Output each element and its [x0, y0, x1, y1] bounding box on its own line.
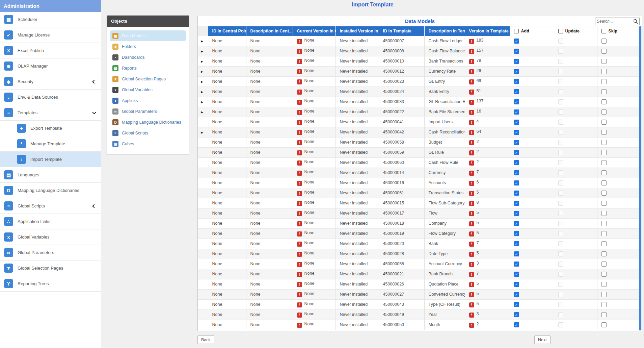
objects-item-global-scripts[interactable]: ≡Global Scripts [110, 128, 186, 139]
skip-checkbox[interactable] [601, 89, 607, 94]
skip-checkbox[interactable] [601, 120, 607, 125]
update-checkbox[interactable] [558, 140, 563, 145]
add-checkbox[interactable]: ✓ [514, 312, 519, 317]
sidebar-item-reporting-trees[interactable]: YReporting Trees [0, 276, 101, 292]
sidebar-item-env-data-sources[interactable]: ◒Env. & Data Sources [0, 90, 101, 105]
update-checkbox[interactable] [558, 99, 563, 104]
skip-checkbox[interactable] [601, 251, 607, 256]
update-checkbox[interactable] [558, 150, 563, 155]
add-checkbox[interactable]: ✓ [514, 140, 519, 145]
add-checkbox[interactable]: ✓ [514, 150, 519, 155]
add-checkbox[interactable]: ✓ [514, 180, 519, 185]
skip-checkbox[interactable] [601, 109, 607, 115]
update-checkbox[interactable] [558, 262, 563, 267]
sidebar-item-scheduler[interactable]: ▦Scheduler [0, 12, 101, 27]
add-checkbox[interactable]: ✓ [514, 191, 519, 196]
add-checkbox[interactable]: ✓ [514, 221, 519, 226]
sidebar-item-excel-publish[interactable]: XExcel Publish [0, 43, 101, 58]
add-checkbox[interactable]: ✓ [514, 79, 519, 84]
expand-row-icon[interactable]: ▶ [201, 50, 203, 53]
update-checkbox[interactable] [558, 49, 563, 54]
add-checkbox[interactable]: ✓ [514, 251, 519, 256]
back-button[interactable]: Back [197, 335, 214, 344]
objects-item-data-models[interactable]: ▦Data Models [110, 30, 186, 41]
skip-all-checkbox[interactable] [601, 29, 606, 33]
add-checkbox[interactable]: ✓ [514, 231, 519, 236]
add-checkbox[interactable]: ✓ [514, 89, 519, 94]
skip-checkbox[interactable] [601, 170, 607, 175]
update-checkbox[interactable] [558, 231, 563, 236]
sidebar-item-export-template[interactable]: +Export Template [0, 121, 101, 136]
update-checkbox[interactable] [558, 120, 563, 125]
skip-checkbox[interactable] [601, 221, 607, 226]
sidebar-item-global-selection-pages[interactable]: ▼Global Selection Pages [0, 260, 101, 276]
add-checkbox[interactable]: ✓ [514, 160, 519, 165]
skip-checkbox[interactable] [601, 262, 607, 267]
skip-checkbox[interactable] [601, 140, 607, 145]
skip-checkbox[interactable] [601, 99, 607, 104]
skip-checkbox[interactable] [601, 49, 607, 54]
sidebar-item-global-variables[interactable]: xGlobal Variables [0, 229, 101, 245]
add-checkbox[interactable]: ✓ [514, 170, 519, 175]
search-input[interactable] [595, 19, 633, 24]
update-checkbox[interactable] [558, 130, 563, 135]
objects-item-dashboards[interactable]: ◔Dashboards [110, 52, 186, 63]
expand-row-icon[interactable]: ▶ [201, 110, 203, 114]
update-checkbox[interactable] [558, 211, 563, 216]
expand-row-icon[interactable]: ▶ [201, 90, 203, 94]
update-checkbox[interactable] [558, 89, 563, 94]
objects-item-global-selection-pages[interactable]: ▼Global Selection Pages [110, 74, 186, 84]
objects-item-global-parameters[interactable]: ∞Global Parameters [110, 106, 186, 117]
add-checkbox[interactable]: ✓ [514, 69, 519, 74]
skip-checkbox[interactable] [601, 39, 607, 44]
expand-row-icon[interactable]: ▶ [201, 60, 203, 63]
objects-item-applinks[interactable]: ●Applinks [110, 95, 186, 106]
skip-checkbox[interactable] [601, 231, 607, 236]
objects-item-reports[interactable]: ▤Reports [110, 63, 186, 74]
skip-checkbox[interactable] [601, 302, 607, 307]
update-checkbox[interactable] [558, 302, 563, 307]
update-checkbox[interactable] [558, 272, 563, 277]
skip-checkbox[interactable] [601, 241, 607, 246]
update-all-checkbox[interactable] [558, 29, 563, 33]
update-checkbox[interactable] [558, 292, 563, 297]
update-checkbox[interactable] [558, 160, 563, 165]
sidebar-item-global-parameters[interactable]: ∞Global Parameters [0, 245, 101, 260]
skip-checkbox[interactable] [601, 130, 607, 135]
add-checkbox[interactable]: ✓ [514, 322, 519, 327]
update-checkbox[interactable] [558, 312, 563, 317]
add-checkbox[interactable]: ✓ [514, 211, 519, 216]
update-checkbox[interactable] [558, 322, 563, 327]
skip-checkbox[interactable] [601, 191, 607, 196]
sidebar-item-global-scripts[interactable]: ≡Global Scripts [0, 198, 101, 214]
sidebar-item-import-template[interactable]: ↓Import Template [0, 152, 101, 167]
skip-checkbox[interactable] [601, 292, 607, 297]
update-checkbox[interactable] [558, 170, 563, 175]
table-scrollbar[interactable] [639, 26, 642, 330]
skip-checkbox[interactable] [601, 282, 607, 287]
sidebar-item-olap-manager[interactable]: ⊕OLAP Manager [0, 58, 101, 74]
skip-checkbox[interactable] [601, 322, 607, 327]
add-checkbox[interactable]: ✓ [514, 272, 519, 277]
skip-checkbox[interactable] [601, 180, 607, 185]
update-checkbox[interactable] [558, 251, 563, 256]
update-checkbox[interactable] [558, 39, 563, 44]
sidebar-item-security[interactable]: ◈Security [0, 74, 101, 90]
sidebar-item-mapping-language-dictionaries[interactable]: DMapping Language Dictionaries [0, 183, 101, 198]
add-checkbox[interactable]: ✓ [514, 120, 519, 125]
skip-checkbox[interactable] [601, 160, 607, 165]
update-checkbox[interactable] [558, 221, 563, 226]
add-all-checkbox[interactable] [514, 29, 519, 33]
add-checkbox[interactable]: ✓ [514, 241, 519, 246]
add-checkbox[interactable]: ✓ [514, 282, 519, 287]
update-checkbox[interactable] [558, 109, 563, 115]
sidebar-item-templates[interactable]: ≡Templates [0, 105, 101, 121]
expand-row-icon[interactable]: ▶ [201, 80, 203, 83]
update-checkbox[interactable] [558, 79, 563, 84]
add-checkbox[interactable]: ✓ [514, 201, 519, 206]
skip-checkbox[interactable] [601, 272, 607, 277]
skip-checkbox[interactable] [601, 59, 607, 64]
add-checkbox[interactable]: ✓ [514, 292, 519, 297]
update-checkbox[interactable] [558, 201, 563, 206]
add-checkbox[interactable]: ✓ [514, 302, 519, 307]
